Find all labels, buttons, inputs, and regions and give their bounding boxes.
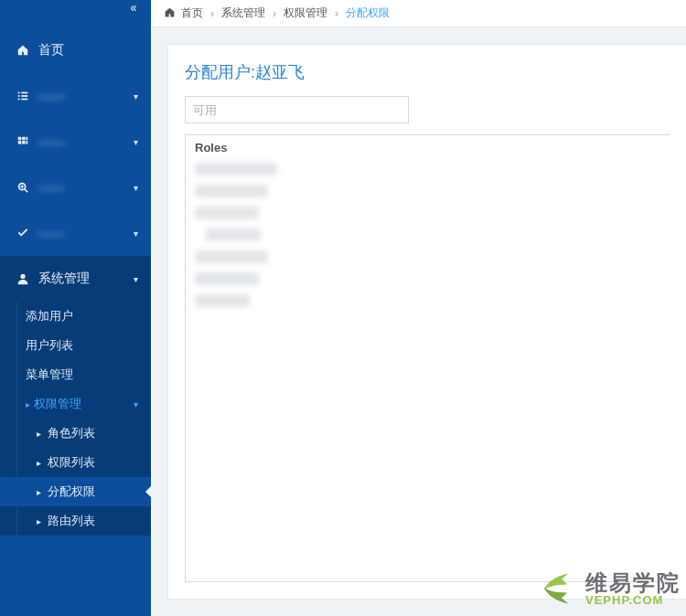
svg-rect-9 bbox=[18, 141, 22, 144]
home-icon bbox=[13, 44, 33, 57]
collapse-icon: « bbox=[131, 0, 137, 15]
bc-sep: › bbox=[210, 7, 214, 20]
breadcrumb: 首页 › 系统管理 › 权限管理 › 分配权限 bbox=[151, 0, 686, 27]
nav-home[interactable]: 首页 bbox=[0, 27, 151, 73]
nav-system-label: 系统管理 bbox=[33, 271, 134, 287]
chevron-down-icon: ▾ bbox=[134, 228, 138, 239]
sub-menu-manage[interactable]: 菜单管理 bbox=[0, 360, 151, 389]
svg-rect-4 bbox=[18, 99, 20, 101]
sidebar: « 首页 —— ▾ —— ▾ —— ▾ —— ▾ bbox=[0, 0, 151, 616]
ss-perm-list-label: 权限列表 bbox=[48, 454, 95, 471]
sub-add-user-label: 添加用户 bbox=[26, 308, 73, 324]
ss-role-list[interactable]: ▸ 角色列表 bbox=[0, 419, 151, 448]
svg-line-13 bbox=[25, 189, 28, 193]
sub-perm-manage[interactable]: ▸ 权限管理 ▾ bbox=[0, 389, 151, 419]
role-option[interactable] bbox=[195, 246, 660, 268]
caret-right-icon: ▸ bbox=[37, 458, 48, 468]
roles-header: Roles bbox=[195, 141, 660, 154]
role-option[interactable] bbox=[195, 290, 660, 312]
nav-blurred-2-label: —— bbox=[33, 134, 134, 149]
nav-blurred-2[interactable]: —— ▾ bbox=[0, 119, 151, 165]
caret-right-icon: ▸ bbox=[37, 487, 48, 497]
svg-rect-1 bbox=[21, 92, 27, 94]
available-search-input[interactable] bbox=[185, 96, 409, 123]
role-option[interactable] bbox=[195, 202, 660, 224]
ss-route-list-label: 路由列表 bbox=[48, 513, 95, 529]
role-option[interactable] bbox=[195, 224, 660, 246]
check-icon bbox=[13, 227, 33, 239]
sub-user-list[interactable]: 用户列表 bbox=[0, 331, 151, 360]
grid-icon bbox=[13, 135, 33, 148]
svg-rect-5 bbox=[21, 99, 27, 101]
svg-rect-0 bbox=[18, 92, 20, 94]
home-icon bbox=[164, 6, 176, 21]
sub-user-list-label: 用户列表 bbox=[26, 337, 73, 354]
svg-rect-6 bbox=[18, 137, 22, 141]
perm-submenu: ▸ 角色列表 ▸ 权限列表 ▸ 分配权限 ▸ 路由列表 bbox=[0, 419, 151, 536]
bc-home[interactable]: 首页 bbox=[181, 5, 203, 21]
chevron-down-icon: ▾ bbox=[134, 274, 138, 284]
svg-rect-7 bbox=[22, 137, 26, 141]
svg-rect-3 bbox=[21, 95, 27, 97]
main-area: 首页 › 系统管理 › 权限管理 › 分配权限 分配用户:赵亚飞 Roles 维… bbox=[151, 0, 686, 616]
zoom-icon bbox=[13, 181, 33, 194]
sidebar-collapse[interactable]: « bbox=[0, 0, 151, 27]
ss-perm-list[interactable]: ▸ 权限列表 bbox=[0, 448, 151, 477]
nav-blurred-3[interactable]: —— ▾ bbox=[0, 165, 151, 210]
nav-blurred-1-label: —— bbox=[33, 89, 134, 103]
nav-system[interactable]: 系统管理 ▾ bbox=[0, 256, 151, 302]
nav-blurred-3-label: —— bbox=[33, 180, 134, 195]
panel: 分配用户:赵亚飞 Roles bbox=[167, 44, 686, 600]
list-icon bbox=[13, 90, 33, 102]
svg-point-16 bbox=[20, 274, 25, 279]
svg-rect-8 bbox=[27, 137, 28, 141]
nav-blurred-4[interactable]: —— ▾ bbox=[0, 210, 151, 256]
sub-perm-manage-label: 权限管理 bbox=[34, 396, 81, 412]
chevron-down-icon: ▾ bbox=[134, 399, 138, 409]
nav-home-label: 首页 bbox=[33, 42, 138, 58]
role-option[interactable] bbox=[195, 268, 660, 290]
chevron-down-icon: ▾ bbox=[134, 137, 138, 147]
ss-assign-perm[interactable]: ▸ 分配权限 bbox=[0, 477, 151, 506]
bc-perm[interactable]: 权限管理 bbox=[284, 5, 327, 21]
nav-blurred-1[interactable]: —— ▾ bbox=[0, 73, 151, 119]
chevron-down-icon: ▾ bbox=[134, 183, 138, 193]
role-option[interactable] bbox=[195, 158, 660, 180]
content-wrap: 分配用户:赵亚飞 Roles bbox=[151, 27, 686, 616]
svg-rect-2 bbox=[18, 95, 20, 97]
svg-rect-11 bbox=[27, 141, 28, 144]
role-option[interactable] bbox=[195, 180, 660, 202]
nav-blurred-4-label: —— bbox=[33, 226, 134, 240]
sub-menu-manage-label: 菜单管理 bbox=[26, 366, 73, 383]
svg-rect-10 bbox=[22, 141, 26, 144]
ss-assign-perm-label: 分配权限 bbox=[48, 483, 95, 500]
ss-role-list-label: 角色列表 bbox=[48, 425, 95, 441]
roles-listbox[interactable]: Roles bbox=[185, 134, 670, 582]
caret-right-icon: ▸ bbox=[37, 516, 48, 526]
bc-current: 分配权限 bbox=[346, 5, 390, 21]
caret-right-icon: ▸ bbox=[26, 399, 30, 409]
user-icon bbox=[13, 272, 33, 285]
ss-route-list[interactable]: ▸ 路由列表 bbox=[0, 506, 151, 536]
nav-system-submenu: 添加用户 用户列表 菜单管理 ▸ 权限管理 ▾ ▸ 角色列表 ▸ 权限列表 ▸ … bbox=[0, 302, 151, 536]
sub-add-user[interactable]: 添加用户 bbox=[0, 302, 151, 331]
bc-sys[interactable]: 系统管理 bbox=[221, 5, 265, 21]
chevron-down-icon: ▾ bbox=[134, 91, 138, 101]
panel-title: 分配用户:赵亚飞 bbox=[185, 61, 670, 83]
bc-sep: › bbox=[335, 7, 338, 20]
caret-right-icon: ▸ bbox=[37, 429, 48, 439]
bc-sep: › bbox=[273, 7, 276, 20]
